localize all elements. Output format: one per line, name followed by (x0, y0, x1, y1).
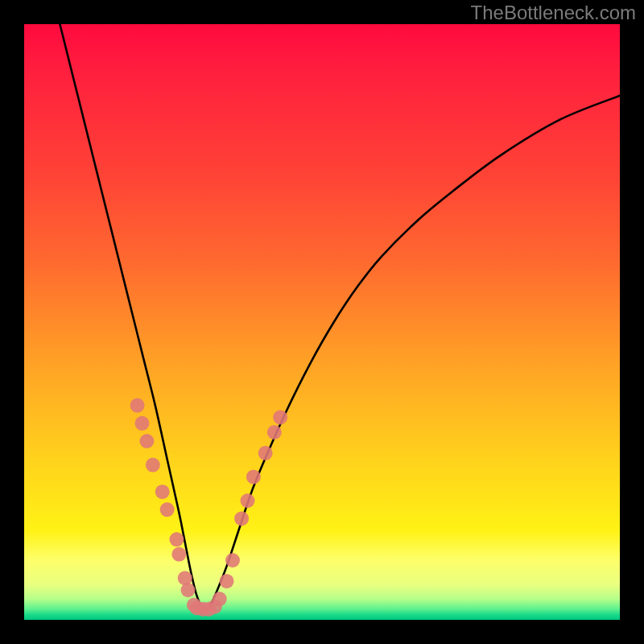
marker-dot (258, 446, 273, 460)
watermark-text: TheBottleneck.com (471, 2, 636, 24)
marker-dot (169, 532, 184, 547)
chart-frame: TheBottleneck.com (0, 0, 644, 644)
marker-dot (220, 574, 234, 588)
marker-dot (160, 502, 175, 517)
marker-dot (246, 469, 261, 484)
marker-dot (130, 398, 145, 413)
marker-dot (273, 410, 287, 424)
marker-dot (181, 583, 196, 597)
marker-dots (130, 398, 288, 617)
bottleneck-curve (60, 24, 620, 609)
marker-dot (146, 458, 160, 473)
marker-dot (241, 493, 255, 508)
curve-svg (24, 24, 620, 620)
marker-dot (135, 416, 150, 431)
marker-dot (213, 592, 227, 606)
marker-dot (234, 511, 249, 526)
marker-dot (267, 425, 282, 440)
plot-area (24, 24, 620, 620)
marker-dot (225, 553, 240, 568)
marker-dot (139, 434, 154, 448)
marker-dot (155, 485, 170, 499)
marker-dot (171, 547, 186, 562)
